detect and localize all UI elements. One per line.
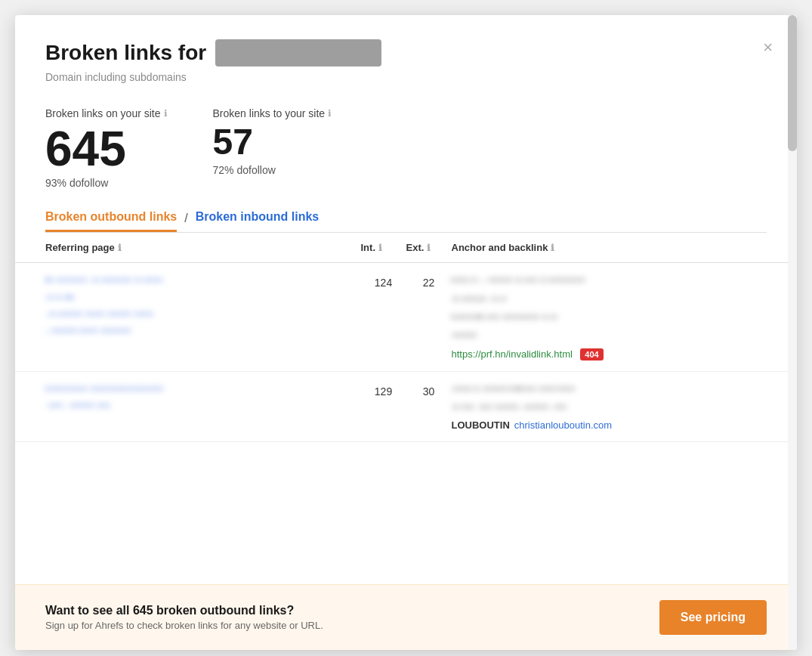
anchor-blurred-2b: ·•··•·•· ·•·•· •·•·•·• ··•·•·•·• ··•·• — [452, 401, 767, 414]
modal: Broken links for Domain including subdom… — [15, 15, 797, 650]
referring-text-1a: •• ·•·•·•·•·• ··•··•·•·•·•·• ·•··•·•·•· — [45, 274, 361, 287]
cell-ext-1: 22 — [406, 274, 452, 289]
footer-banner: Want to see all 645 broken outbound link… — [15, 584, 797, 650]
louboutin-label: LOUBOUTIN — [452, 419, 510, 431]
table-header: Referring page ℹ Int. ℹ Ext. ℹ Anchor an… — [15, 233, 797, 263]
stat-on-site-label: Broken links on your site ℹ — [45, 107, 168, 119]
domain-placeholder — [215, 39, 381, 67]
tab-divider: / — [184, 212, 187, 231]
cell-anchor-1: •·•·•··• ··· •·•·•·• ·•··•·•· •··•·•·•·•… — [452, 274, 767, 360]
th-referring: Referring page ℹ — [45, 242, 361, 253]
cell-ext-2: 30 — [406, 382, 452, 398]
referring-text-2b: ··•·•·· ·•·•·•·• ·•·•· — [45, 399, 361, 413]
table-body: •• ·•·•·•·•·• ··•··•·•·•·•·• ·•··•·•·•· … — [15, 263, 797, 584]
referring-text-1c: ··•··•·•·•·• ·•·•·•· •·•·•·• ·•·•·•· — [45, 308, 361, 321]
table-row: •• ·•·•·•·•·• ··•··•·•·•·•·• ·•··•·•·•· … — [15, 263, 797, 372]
tab-inbound[interactable]: Broken inbound links — [196, 210, 320, 232]
tabs-row: Broken outbound links / Broken inbound l… — [15, 189, 797, 232]
stats-row: Broken links on your site ℹ 645 93% dofo… — [15, 83, 797, 189]
referring-text-2a: •·•·•·•·•·•·•· •·•·•·•·•·•·•·•·•·•·•·• — [45, 382, 361, 396]
anchor-blurred-2a: ·•·•·•··• ·•·•·•·• •·••·•·•· •·•·• •·•·• — [452, 382, 767, 396]
close-button[interactable]: × — [763, 39, 773, 56]
stat-on-site-info: ℹ — [164, 108, 168, 119]
badge-404-1: 404 — [580, 348, 603, 360]
stat-on-site-sub: 93% dofollow — [45, 177, 168, 189]
th-ext: Ext. ℹ — [406, 242, 452, 253]
th-anchor: Anchor and backlink ℹ — [452, 242, 767, 253]
cell-referring-2: •·•·•·•·•·•·•· •·•·•·•·•·•·•·•·•·•·•·• ·… — [45, 382, 361, 413]
referring-text-1b: ·•··•··••· — [45, 291, 361, 305]
anchor-blurred-1d: ·•·•·•·• — [452, 329, 767, 342]
th-anchor-info: ℹ — [551, 243, 554, 253]
th-int-info: ℹ — [378, 243, 382, 253]
stat-on-site-count: 645 — [45, 122, 168, 175]
th-int: Int. ℹ — [361, 242, 406, 253]
anchor-blurred-1a: •·•·•··• ··· •·•·•·• ·•··•·•· •··•·•·•·•… — [452, 274, 767, 287]
anchor-link-row-1: https://prf.hn/invalidlink.html 404 — [452, 347, 767, 360]
footer-sub-text: Sign up for Ahrefs to check broken links… — [45, 620, 323, 631]
cell-referring-1: •• ·•·•·•·•·• ··•··•·•·•·•·• ·•··•·•·•· … — [45, 274, 361, 338]
cell-int-2: 129 — [361, 382, 406, 398]
title-prefix: Broken links for — [45, 41, 206, 65]
anchor-blurred-1b: ·•··•·•·•·•· ·•··• — [452, 292, 767, 306]
louboutin-row: LOUBOUTIN christianlouboutin.com — [452, 419, 767, 431]
cell-anchor-2: ·•·•·•··• ·•·•·•·• •·••·•·•· •·•·• •·•·•… — [452, 382, 767, 430]
footer-text-block: Want to see all 645 broken outbound link… — [45, 604, 323, 631]
louboutin-link[interactable]: christianlouboutin.com — [514, 419, 612, 431]
th-referring-info: ℹ — [118, 243, 122, 253]
stat-to-site-sub: 72% dofollow — [213, 164, 332, 176]
stat-to-site: Broken links to your site ℹ 57 72% dofol… — [213, 107, 332, 189]
modal-title: Broken links for — [45, 39, 767, 67]
anchor-link-1[interactable]: https://prf.hn/invalidlink.html — [452, 348, 573, 360]
tab-outbound[interactable]: Broken outbound links — [45, 210, 177, 232]
anchor-blurred-1c: •·•·•·•·••··•·•· •·•·•·•·•·•· •··•· — [452, 311, 767, 324]
modal-subtitle: Domain including subdomains — [45, 71, 767, 83]
stat-to-site-info: ℹ — [328, 108, 332, 119]
stat-to-site-count: 57 — [213, 122, 332, 162]
cell-int-1: 124 — [361, 274, 406, 289]
stat-on-site: Broken links on your site ℹ 645 93% dofo… — [45, 107, 168, 189]
th-ext-info: ℹ — [427, 243, 431, 253]
referring-text-1d: ···•·•·•·•··•·•·• ·•·•·•·•·• — [45, 324, 361, 338]
footer-main-text: Want to see all 645 broken outbound link… — [45, 604, 323, 617]
stat-to-site-label: Broken links to your site ℹ — [213, 107, 332, 119]
scrollbar-track — [788, 15, 797, 650]
see-pricing-button[interactable]: See pricing — [659, 600, 767, 635]
table-row: •·•·•·•·•·•·•· •·•·•·•·•·•·•·•·•·•·•·• ·… — [15, 372, 797, 441]
modal-header: Broken links for Domain including subdom… — [15, 15, 797, 83]
